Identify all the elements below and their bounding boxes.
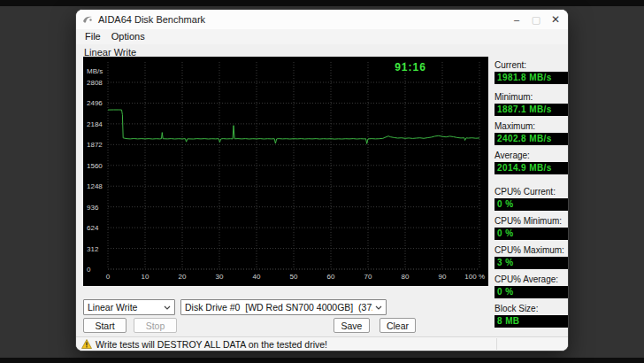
svg-text:90: 90 xyxy=(439,273,447,281)
stat-value: 2014.9 MB/s xyxy=(494,162,569,174)
drive-select-value: Disk Drive #0 [WD Red SN700 4000GB] (372… xyxy=(185,302,372,313)
svg-text:40: 40 xyxy=(253,273,261,281)
svg-text:10: 10 xyxy=(142,273,150,281)
svg-text:50: 50 xyxy=(290,273,298,281)
svg-text:0: 0 xyxy=(106,273,111,281)
drive-select[interactable]: Disk Drive #0 [WD Red SN700 4000GB] (372… xyxy=(180,299,387,315)
stat-label: CPU% Maximum: xyxy=(494,245,569,255)
stat-label: Minimum: xyxy=(494,92,569,102)
y-axis-labels: MB/s0312624936124815601872218424962808 xyxy=(87,67,103,274)
stat-value: 0 % xyxy=(494,198,569,211)
stat-label: Average: xyxy=(494,151,569,160)
titlebar-controls: – ▢ ✕ xyxy=(507,10,565,29)
clear-button[interactable]: Clear xyxy=(380,318,416,333)
stat-label: CPU% Minimum: xyxy=(494,216,569,226)
stat-average: Average:2014.9 MB/s xyxy=(494,151,569,174)
x-axis-labels: 0102030405060708090100 % xyxy=(106,273,485,281)
svg-text:1560: 1560 xyxy=(87,162,103,170)
svg-text:80: 80 xyxy=(402,273,410,281)
window-title: AIDA64 Disk Benchmark xyxy=(98,14,507,25)
svg-text:1248: 1248 xyxy=(87,182,103,190)
menu-item-options[interactable]: Options xyxy=(106,29,150,44)
stat-value: 0 % xyxy=(494,228,569,240)
stat-value: 1887.1 MB/s xyxy=(494,104,569,116)
svg-text:70: 70 xyxy=(364,273,372,281)
menubar: FileOptions xyxy=(76,29,568,44)
status-divider xyxy=(496,338,497,350)
svg-text:20: 20 xyxy=(179,273,187,281)
stat-value: 8 MB xyxy=(494,315,569,328)
benchmark-line xyxy=(108,110,479,143)
stat-minimum: Minimum:1887.1 MB/s xyxy=(494,92,569,116)
stat-label: Maximum: xyxy=(494,121,569,131)
start-button[interactable]: Start xyxy=(83,318,126,333)
warning-text: Write tests will DESTROY ALL DATA on the… xyxy=(96,339,327,350)
stat-cpu-maximum: CPU% Maximum:3 % xyxy=(494,245,569,269)
test-type-value: Linear Write xyxy=(88,302,161,313)
stat-cpu-current: CPU% Current:0 % xyxy=(494,187,569,211)
stat-label: CPU% Average: xyxy=(494,274,569,284)
minimize-button[interactable]: – xyxy=(507,10,526,29)
svg-text:2808: 2808 xyxy=(87,79,103,87)
stat-current: Current:1981.8 MB/s xyxy=(494,60,569,84)
svg-text:624: 624 xyxy=(87,224,99,232)
stat-label: CPU% Current: xyxy=(494,187,569,197)
stat-label: Block Size: xyxy=(494,304,569,313)
svg-text:100 %: 100 % xyxy=(464,273,485,281)
warning-icon xyxy=(81,339,92,349)
svg-text:60: 60 xyxy=(327,273,335,281)
statusbar: Write tests will DESTROY ALL DATA on the… xyxy=(76,336,568,351)
stat-value: 0 % xyxy=(494,286,569,298)
stat-value: 1981.8 MB/s xyxy=(494,72,569,84)
save-button[interactable]: Save xyxy=(334,318,370,333)
stat-maximum: Maximum:2402.8 MB/s xyxy=(494,121,569,145)
menu-item-file[interactable]: File xyxy=(80,29,106,44)
maximize-button[interactable]: ▢ xyxy=(526,10,546,29)
stat-value: 3 % xyxy=(494,257,569,269)
screen-bottom-strip xyxy=(0,358,644,363)
elapsed-time: 91:16 xyxy=(357,61,464,73)
chart-plot: MB/s031262493612481560187221842496280801… xyxy=(83,57,488,286)
screen-top-strip xyxy=(0,0,644,6)
svg-text:1872: 1872 xyxy=(87,141,103,149)
stat-block-size: Block Size:8 MB xyxy=(494,304,569,328)
svg-text:30: 30 xyxy=(216,273,224,281)
stat-value: 2402.8 MB/s xyxy=(494,133,569,145)
stat-label: Current: xyxy=(494,60,569,70)
app-icon xyxy=(82,14,94,26)
stats-panel: Current:1981.8 MB/sMinimum:1887.1 MB/sMa… xyxy=(494,60,569,328)
chevron-down-icon xyxy=(375,305,382,310)
stat-cpu-minimum: CPU% Minimum:0 % xyxy=(494,216,569,240)
svg-text:2184: 2184 xyxy=(87,120,103,128)
chart-grid xyxy=(108,62,479,269)
svg-text:936: 936 xyxy=(87,204,99,212)
stop-button[interactable]: Stop xyxy=(134,318,177,333)
aida64-disk-benchmark-window: AIDA64 Disk Benchmark – ▢ ✕ FileOptions … xyxy=(75,9,569,351)
svg-text:312: 312 xyxy=(87,245,99,253)
svg-text:0: 0 xyxy=(87,266,91,274)
test-type-select[interactable]: Linear Write xyxy=(83,299,175,315)
chevron-down-icon xyxy=(164,305,171,310)
y-axis-unit: MB/s xyxy=(87,67,103,75)
stat-cpu-average: CPU% Average:0 % xyxy=(494,274,569,298)
chart-canvas: 91:16 MB/s031262493612481560187221842496… xyxy=(83,57,488,286)
svg-text:2496: 2496 xyxy=(87,99,103,107)
titlebar: AIDA64 Disk Benchmark – ▢ ✕ xyxy=(76,10,568,29)
close-button[interactable]: ✕ xyxy=(546,10,565,29)
